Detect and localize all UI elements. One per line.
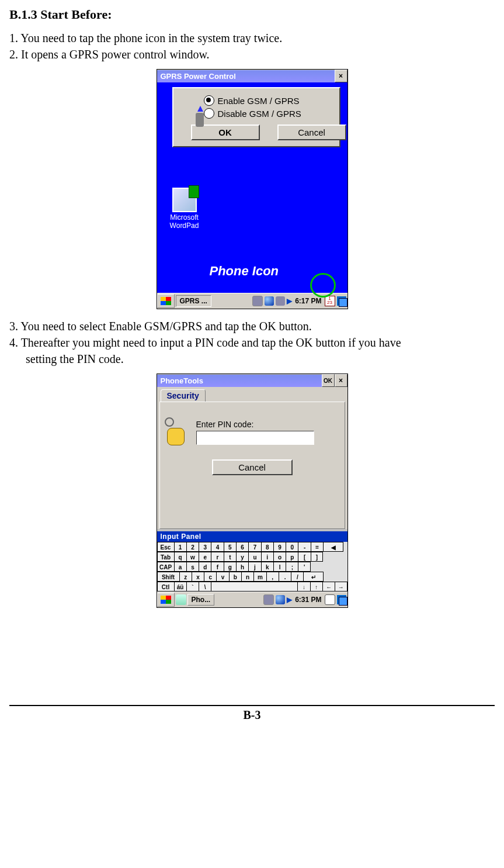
window-titlebar: GPRS Power Control × bbox=[157, 70, 347, 82]
key-=[interactable]: = bbox=[311, 542, 323, 552]
key-Shift[interactable]: Shift bbox=[157, 572, 179, 582]
globe-icon[interactable] bbox=[265, 296, 274, 306]
key-x[interactable]: x bbox=[192, 572, 204, 582]
key-8[interactable]: 8 bbox=[261, 542, 273, 552]
kb-row-3: CAPasdfghjkl;' bbox=[157, 562, 347, 572]
key-d[interactable]: d bbox=[199, 562, 211, 572]
key-p[interactable]: p bbox=[286, 552, 298, 562]
key-/[interactable]: / bbox=[291, 572, 303, 582]
step-1: 1. You need to tap the phone icon in the… bbox=[9, 30, 495, 46]
ok-titlebar-button[interactable]: OK bbox=[322, 374, 335, 387]
key-v[interactable]: v bbox=[216, 572, 228, 582]
key-y[interactable]: y bbox=[236, 552, 248, 562]
key-→[interactable]: → bbox=[335, 582, 347, 592]
key-l[interactable]: l bbox=[273, 562, 286, 572]
key-b[interactable]: b bbox=[229, 572, 241, 582]
taskbar-clock[interactable]: 6:31 PM bbox=[295, 596, 321, 604]
key-4[interactable]: 4 bbox=[211, 542, 223, 552]
figure-2: PhoneTools OK × Security Enter PIN code:… bbox=[9, 374, 495, 608]
key-g[interactable]: g bbox=[224, 562, 236, 572]
sip-toggle-icon[interactable] bbox=[325, 594, 335, 605]
key-,[interactable]: , bbox=[266, 572, 279, 582]
key-o[interactable]: o bbox=[273, 552, 286, 562]
key-3[interactable]: 3 bbox=[199, 542, 211, 552]
tab-security[interactable]: Security bbox=[161, 389, 206, 402]
radio-disable-gsm[interactable]: Disable GSM / GPRS bbox=[204, 108, 333, 119]
cancel-button[interactable]: Cancel bbox=[212, 459, 293, 475]
key-u[interactable]: u bbox=[248, 552, 260, 562]
key--[interactable]: - bbox=[298, 542, 310, 552]
pin-input[interactable] bbox=[196, 431, 314, 445]
cancel-button[interactable]: Cancel bbox=[277, 125, 346, 140]
key-q[interactable]: q bbox=[174, 552, 186, 562]
key-;[interactable]: ; bbox=[286, 562, 298, 572]
key-w[interactable]: w bbox=[186, 552, 199, 562]
key-7[interactable]: 7 bbox=[248, 542, 260, 552]
key-[[interactable]: [ bbox=[298, 552, 310, 562]
key-space[interactable] bbox=[211, 582, 297, 592]
key-'[interactable]: ' bbox=[298, 562, 310, 572]
key-6[interactable]: 6 bbox=[236, 542, 248, 552]
key-k[interactable]: k bbox=[261, 562, 273, 572]
wordpad-label-1: Microsoft bbox=[165, 213, 204, 222]
key-Esc[interactable]: Esc bbox=[157, 542, 174, 552]
key-`[interactable]: ` bbox=[186, 582, 199, 592]
close-button[interactable]: × bbox=[335, 374, 347, 387]
key-↑[interactable]: ↑ bbox=[310, 582, 322, 592]
start-button[interactable] bbox=[157, 294, 175, 308]
step-2: 2. It opens a GPRS power control window. bbox=[9, 47, 495, 62]
key-Tab[interactable]: Tab bbox=[157, 552, 174, 562]
key-CAP[interactable]: CAP bbox=[157, 562, 174, 572]
key-Ctl[interactable]: Ctl bbox=[157, 582, 174, 592]
key-i[interactable]: i bbox=[261, 552, 273, 562]
key-←[interactable]: ← bbox=[322, 582, 335, 592]
window-titlebar: PhoneTools OK × bbox=[157, 374, 347, 387]
key-e[interactable]: e bbox=[199, 552, 211, 562]
key-\[interactable]: \ bbox=[199, 582, 211, 592]
key-r[interactable]: r bbox=[211, 552, 223, 562]
taskbar-app-button[interactable]: GPRS ... bbox=[176, 295, 211, 307]
network-icon[interactable] bbox=[263, 594, 274, 605]
radio-enable-gsm[interactable]: Enable GSM / GPRS bbox=[204, 95, 333, 106]
start-icon bbox=[161, 596, 171, 604]
key-↵[interactable]: ↵ bbox=[303, 572, 324, 582]
key-t[interactable]: t bbox=[224, 552, 236, 562]
step-3: 3. You need to select Enable GSM/GPRS an… bbox=[9, 319, 495, 334]
taskbar-clock[interactable]: 6:17 PM bbox=[295, 297, 321, 305]
key-5[interactable]: 5 bbox=[224, 542, 236, 552]
key-z[interactable]: z bbox=[179, 572, 192, 582]
keys-icon bbox=[167, 420, 190, 443]
key-m[interactable]: m bbox=[253, 572, 266, 582]
key-9[interactable]: 9 bbox=[273, 542, 286, 552]
key-áü[interactable]: áü bbox=[174, 582, 186, 592]
network-icon[interactable] bbox=[252, 296, 263, 306]
key-c[interactable]: c bbox=[204, 572, 216, 582]
taskbar-app-button[interactable]: Pho... bbox=[187, 594, 215, 606]
key-a[interactable]: a bbox=[174, 562, 186, 572]
radio-icon bbox=[204, 108, 214, 119]
calendar-icon[interactable]: 123 bbox=[325, 296, 335, 306]
key-1[interactable]: 1 bbox=[174, 542, 186, 552]
desktop-shortcut-wordpad[interactable]: Microsoft WordPad bbox=[165, 188, 204, 230]
phone-icon[interactable] bbox=[276, 296, 285, 306]
key-.[interactable]: . bbox=[279, 572, 291, 582]
phonetools-icon[interactable] bbox=[176, 594, 186, 605]
key-n[interactable]: n bbox=[241, 572, 253, 582]
key-h[interactable]: h bbox=[236, 562, 248, 572]
tray-arrow-icon: ▶ bbox=[287, 297, 292, 305]
key-f[interactable]: f bbox=[211, 562, 223, 572]
globe-icon[interactable] bbox=[276, 595, 285, 604]
key-◀[interactable]: ◀ bbox=[323, 542, 343, 552]
key-][interactable]: ] bbox=[311, 552, 323, 562]
windows-icon[interactable] bbox=[337, 595, 346, 604]
key-2[interactable]: 2 bbox=[186, 542, 199, 552]
key-j[interactable]: j bbox=[248, 562, 260, 572]
key-s[interactable]: s bbox=[186, 562, 199, 572]
key-0[interactable]: 0 bbox=[286, 542, 298, 552]
windows-icon[interactable] bbox=[337, 296, 346, 306]
start-button[interactable] bbox=[157, 593, 175, 607]
key-↓[interactable]: ↓ bbox=[297, 582, 310, 592]
desktop-area: Enable GSM / GPRS Disable GSM / GPRS OK … bbox=[157, 82, 347, 293]
close-button[interactable]: × bbox=[335, 70, 347, 82]
pin-label: Enter PIN code: bbox=[196, 420, 338, 429]
